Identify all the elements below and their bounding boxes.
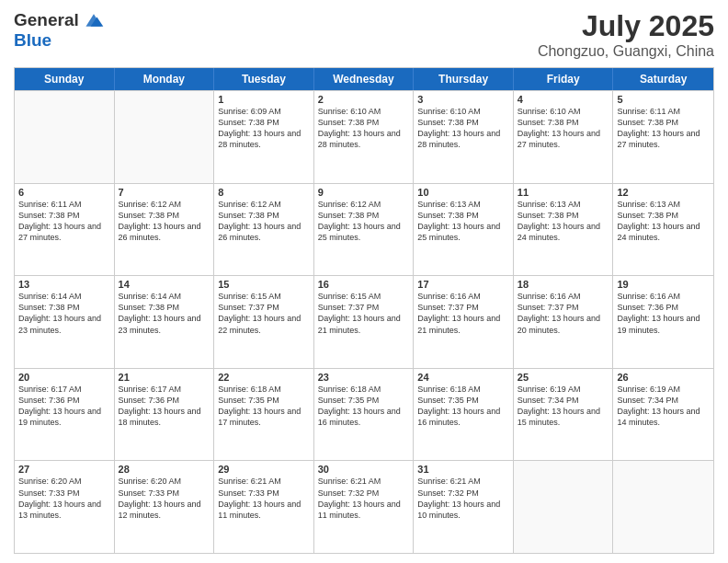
cell-sun-info: Sunrise: 6:21 AM Sunset: 7:32 PM Dayligh… xyxy=(417,476,509,521)
calendar-cell: 4Sunrise: 6:10 AM Sunset: 7:38 PM Daylig… xyxy=(514,91,614,183)
day-number: 23 xyxy=(318,372,410,383)
day-number: 12 xyxy=(617,187,710,198)
cell-sun-info: Sunrise: 6:18 AM Sunset: 7:35 PM Dayligh… xyxy=(218,384,310,429)
page: General Blue July 2025 Chongzuo, Guangxi… xyxy=(0,0,728,563)
cell-sun-info: Sunrise: 6:14 AM Sunset: 7:38 PM Dayligh… xyxy=(18,291,110,336)
day-number: 25 xyxy=(518,372,609,383)
cell-sun-info: Sunrise: 6:20 AM Sunset: 7:33 PM Dayligh… xyxy=(18,476,110,521)
calendar-cell: 3Sunrise: 6:10 AM Sunset: 7:38 PM Daylig… xyxy=(414,91,514,183)
cell-sun-info: Sunrise: 6:11 AM Sunset: 7:38 PM Dayligh… xyxy=(18,199,110,244)
calendar-row: 20Sunrise: 6:17 AM Sunset: 7:36 PM Dayli… xyxy=(15,368,713,461)
calendar-row: 1Sunrise: 6:09 AM Sunset: 7:38 PM Daylig… xyxy=(15,90,713,183)
day-number: 10 xyxy=(417,187,509,198)
day-number: 4 xyxy=(518,94,609,105)
day-number: 3 xyxy=(417,94,509,105)
day-number: 22 xyxy=(218,372,310,383)
calendar-cell xyxy=(15,91,115,183)
cell-sun-info: Sunrise: 6:16 AM Sunset: 7:36 PM Dayligh… xyxy=(617,291,710,336)
month-year: July 2025 xyxy=(538,9,714,43)
day-number: 1 xyxy=(218,94,310,105)
logo: General Blue xyxy=(14,9,105,51)
day-number: 6 xyxy=(18,187,110,198)
cell-sun-info: Sunrise: 6:11 AM Sunset: 7:38 PM Dayligh… xyxy=(617,106,710,151)
day-number: 21 xyxy=(119,372,210,383)
day-number: 2 xyxy=(318,94,410,105)
cell-sun-info: Sunrise: 6:10 AM Sunset: 7:38 PM Dayligh… xyxy=(518,106,609,151)
calendar-body: 1Sunrise: 6:09 AM Sunset: 7:38 PM Daylig… xyxy=(15,90,713,553)
day-of-week-wednesday: Wednesday xyxy=(314,68,415,90)
cell-sun-info: Sunrise: 6:09 AM Sunset: 7:38 PM Dayligh… xyxy=(218,106,310,151)
calendar-cell: 24Sunrise: 6:18 AM Sunset: 7:35 PM Dayli… xyxy=(414,369,514,461)
cell-sun-info: Sunrise: 6:20 AM Sunset: 7:33 PM Dayligh… xyxy=(119,476,210,521)
day-number: 11 xyxy=(518,187,609,198)
calendar-cell: 7Sunrise: 6:12 AM Sunset: 7:38 PM Daylig… xyxy=(115,184,215,276)
day-of-week-sunday: Sunday xyxy=(15,68,115,90)
calendar-cell: 12Sunrise: 6:13 AM Sunset: 7:38 PM Dayli… xyxy=(613,184,713,276)
cell-sun-info: Sunrise: 6:13 AM Sunset: 7:38 PM Dayligh… xyxy=(617,199,710,244)
day-number: 28 xyxy=(119,464,210,475)
calendar-cell: 22Sunrise: 6:18 AM Sunset: 7:35 PM Dayli… xyxy=(214,369,314,461)
calendar-cell: 28Sunrise: 6:20 AM Sunset: 7:33 PM Dayli… xyxy=(115,461,215,553)
calendar-cell: 15Sunrise: 6:15 AM Sunset: 7:37 PM Dayli… xyxy=(214,276,314,368)
calendar-cell: 9Sunrise: 6:12 AM Sunset: 7:38 PM Daylig… xyxy=(314,184,415,276)
calendar-row: 27Sunrise: 6:20 AM Sunset: 7:33 PM Dayli… xyxy=(15,460,713,553)
cell-sun-info: Sunrise: 6:12 AM Sunset: 7:38 PM Dayligh… xyxy=(318,199,410,244)
calendar-cell: 18Sunrise: 6:16 AM Sunset: 7:37 PM Dayli… xyxy=(514,276,614,368)
calendar-cell: 17Sunrise: 6:16 AM Sunset: 7:37 PM Dayli… xyxy=(414,276,514,368)
calendar: SundayMondayTuesdayWednesdayThursdayFrid… xyxy=(14,67,714,554)
calendar-cell: 26Sunrise: 6:19 AM Sunset: 7:34 PM Dayli… xyxy=(613,369,713,461)
calendar-cell: 27Sunrise: 6:20 AM Sunset: 7:33 PM Dayli… xyxy=(15,461,115,553)
cell-sun-info: Sunrise: 6:14 AM Sunset: 7:38 PM Dayligh… xyxy=(119,291,210,336)
calendar-header: SundayMondayTuesdayWednesdayThursdayFrid… xyxy=(15,68,713,90)
cell-sun-info: Sunrise: 6:18 AM Sunset: 7:35 PM Dayligh… xyxy=(417,384,509,429)
day-number: 14 xyxy=(119,279,210,290)
day-number: 19 xyxy=(617,279,710,290)
day-of-week-friday: Friday xyxy=(514,68,614,90)
cell-sun-info: Sunrise: 6:21 AM Sunset: 7:32 PM Dayligh… xyxy=(318,476,410,521)
cell-sun-info: Sunrise: 6:10 AM Sunset: 7:38 PM Dayligh… xyxy=(318,106,410,151)
calendar-cell: 21Sunrise: 6:17 AM Sunset: 7:36 PM Dayli… xyxy=(115,369,215,461)
calendar-cell xyxy=(613,461,713,553)
calendar-cell: 1Sunrise: 6:09 AM Sunset: 7:38 PM Daylig… xyxy=(214,91,314,183)
location: Chongzuo, Guangxi, China xyxy=(538,43,714,60)
calendar-row: 6Sunrise: 6:11 AM Sunset: 7:38 PM Daylig… xyxy=(15,183,713,276)
cell-sun-info: Sunrise: 6:13 AM Sunset: 7:38 PM Dayligh… xyxy=(518,199,609,244)
cell-sun-info: Sunrise: 6:15 AM Sunset: 7:37 PM Dayligh… xyxy=(218,291,310,336)
header: General Blue July 2025 Chongzuo, Guangxi… xyxy=(14,9,714,60)
calendar-cell xyxy=(514,461,614,553)
day-of-week-saturday: Saturday xyxy=(613,68,713,90)
calendar-cell: 29Sunrise: 6:21 AM Sunset: 7:33 PM Dayli… xyxy=(214,461,314,553)
day-number: 20 xyxy=(18,372,110,383)
calendar-cell xyxy=(115,91,215,183)
cell-sun-info: Sunrise: 6:12 AM Sunset: 7:38 PM Dayligh… xyxy=(218,199,310,244)
cell-sun-info: Sunrise: 6:16 AM Sunset: 7:37 PM Dayligh… xyxy=(417,291,509,336)
day-number: 26 xyxy=(617,372,710,383)
day-number: 9 xyxy=(318,187,410,198)
logo-blue: Blue xyxy=(14,31,105,51)
day-number: 17 xyxy=(417,279,509,290)
cell-sun-info: Sunrise: 6:10 AM Sunset: 7:38 PM Dayligh… xyxy=(417,106,509,151)
day-of-week-thursday: Thursday xyxy=(414,68,514,90)
day-number: 7 xyxy=(119,187,210,198)
cell-sun-info: Sunrise: 6:15 AM Sunset: 7:37 PM Dayligh… xyxy=(318,291,410,336)
cell-sun-info: Sunrise: 6:18 AM Sunset: 7:35 PM Dayligh… xyxy=(318,384,410,429)
calendar-cell: 20Sunrise: 6:17 AM Sunset: 7:36 PM Dayli… xyxy=(15,369,115,461)
day-number: 24 xyxy=(417,372,509,383)
calendar-row: 13Sunrise: 6:14 AM Sunset: 7:38 PM Dayli… xyxy=(15,275,713,368)
calendar-cell: 31Sunrise: 6:21 AM Sunset: 7:32 PM Dayli… xyxy=(414,461,514,553)
calendar-cell: 8Sunrise: 6:12 AM Sunset: 7:38 PM Daylig… xyxy=(214,184,314,276)
day-number: 5 xyxy=(617,94,710,105)
cell-sun-info: Sunrise: 6:17 AM Sunset: 7:36 PM Dayligh… xyxy=(119,384,210,429)
logo-icon xyxy=(83,9,105,31)
calendar-cell: 13Sunrise: 6:14 AM Sunset: 7:38 PM Dayli… xyxy=(15,276,115,368)
day-number: 13 xyxy=(18,279,110,290)
cell-sun-info: Sunrise: 6:12 AM Sunset: 7:38 PM Dayligh… xyxy=(119,199,210,244)
calendar-cell: 14Sunrise: 6:14 AM Sunset: 7:38 PM Dayli… xyxy=(115,276,215,368)
day-number: 15 xyxy=(218,279,310,290)
cell-sun-info: Sunrise: 6:19 AM Sunset: 7:34 PM Dayligh… xyxy=(518,384,609,429)
cell-sun-info: Sunrise: 6:13 AM Sunset: 7:38 PM Dayligh… xyxy=(417,199,509,244)
day-of-week-tuesday: Tuesday xyxy=(214,68,314,90)
title-block: July 2025 Chongzuo, Guangxi, China xyxy=(538,9,714,60)
day-number: 27 xyxy=(18,464,110,475)
calendar-cell: 6Sunrise: 6:11 AM Sunset: 7:38 PM Daylig… xyxy=(15,184,115,276)
